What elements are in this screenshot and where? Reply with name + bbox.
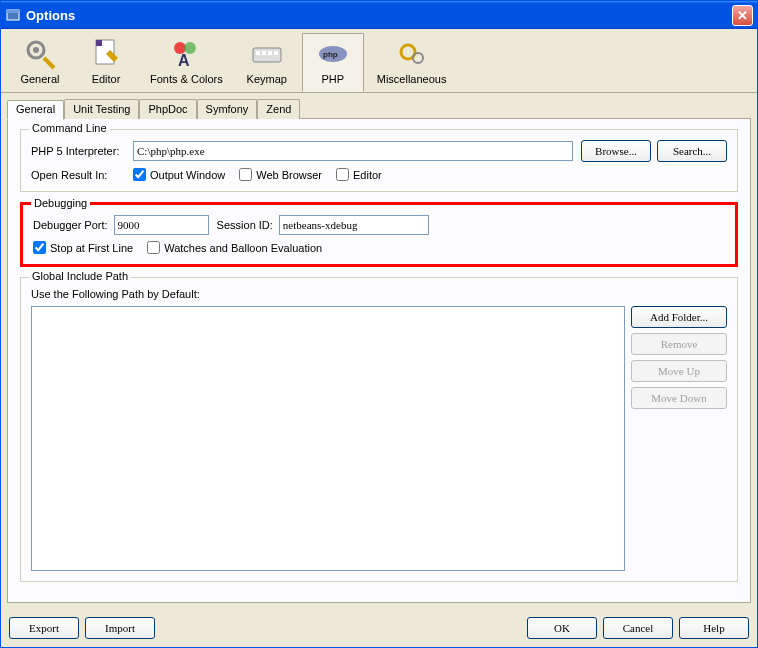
include-path-list[interactable] [31,306,625,571]
toolbar-misc[interactable]: Miscellaneous [368,33,456,92]
global-include-path-group: Global Include Path Use the Following Pa… [20,277,738,582]
web-browser-checkbox[interactable]: Web Browser [239,168,322,181]
sub-tabs: General Unit Testing PhpDoc Symfony Zend [7,99,751,119]
cancel-button[interactable]: Cancel [603,617,673,639]
toolbar-php[interactable]: php PHP [302,33,364,92]
tab-phpdoc[interactable]: PhpDoc [139,99,196,119]
debugger-port-label: Debugger Port: [33,219,108,231]
svg-rect-9 [256,51,260,55]
titlebar: Options ✕ [1,1,757,29]
content-area: General Unit Testing PhpDoc Symfony Zend… [1,93,757,609]
toolbar-label: PHP [321,73,344,85]
tab-general[interactable]: General [7,100,64,120]
output-window-checkbox[interactable]: Output Window [133,168,225,181]
tab-unit-testing[interactable]: Unit Testing [64,99,139,119]
dialog-footer: Export Import OK Cancel Help [1,609,757,647]
toolbar-label: General [20,73,59,85]
tab-panel-general: Command Line PHP 5 Interpreter: Browse..… [7,118,751,603]
command-line-group: Command Line PHP 5 Interpreter: Browse..… [20,129,738,192]
svg-rect-12 [274,51,278,55]
svg-rect-11 [268,51,272,55]
default-path-label: Use the Following Path by Default: [31,288,200,300]
category-toolbar: General Editor A Fonts & Colors Keymap p… [1,29,757,93]
export-button[interactable]: Export [9,617,79,639]
add-folder-button[interactable]: Add Folder... [631,306,727,328]
debugger-port-input[interactable] [114,215,209,235]
group-legend: Global Include Path [29,270,131,282]
toolbar-label: Fonts & Colors [150,73,223,85]
svg-point-16 [413,53,423,63]
app-icon [5,7,21,23]
php-icon: php [317,38,349,70]
tab-zend[interactable]: Zend [257,99,300,119]
fonts-colors-icon: A [170,38,202,70]
toolbar-editor[interactable]: Editor [75,33,137,92]
group-legend: Command Line [29,122,110,134]
remove-button[interactable]: Remove [631,333,727,355]
gear-wrench-icon [24,38,56,70]
gears-icon [396,38,428,70]
group-legend: Debugging [31,197,90,209]
session-id-input[interactable] [279,215,429,235]
svg-text:A: A [178,52,190,69]
svg-text:php: php [323,50,338,59]
svg-point-3 [33,47,39,53]
ok-button[interactable]: OK [527,617,597,639]
move-up-button[interactable]: Move Up [631,360,727,382]
toolbar-general[interactable]: General [9,33,71,92]
close-button[interactable]: ✕ [732,5,753,26]
move-down-button[interactable]: Move Down [631,387,727,409]
toolbar-label: Editor [92,73,121,85]
tab-symfony[interactable]: Symfony [197,99,258,119]
open-result-label: Open Result In: [31,169,127,181]
debugging-group: Debugging Debugger Port: Session ID: Sto… [20,202,738,267]
document-pencil-icon [90,38,122,70]
toolbar-label: Miscellaneous [377,73,447,85]
search-button[interactable]: Search... [657,140,727,162]
svg-rect-1 [7,10,19,13]
stop-first-line-checkbox[interactable]: Stop at First Line [33,241,133,254]
toolbar-label: Keymap [247,73,287,85]
browse-button[interactable]: Browse... [581,140,651,162]
interpreter-input[interactable] [133,141,573,161]
session-id-label: Session ID: [217,219,273,231]
help-button[interactable]: Help [679,617,749,639]
toolbar-keymap[interactable]: Keymap [236,33,298,92]
watches-balloon-checkbox[interactable]: Watches and Balloon Evaluation [147,241,322,254]
window-title: Options [26,8,732,23]
options-window: Options ✕ General Editor A Fonts & Color… [0,0,758,648]
svg-rect-10 [262,51,266,55]
interpreter-label: PHP 5 Interpreter: [31,145,127,157]
import-button[interactable]: Import [85,617,155,639]
editor-checkbox[interactable]: Editor [336,168,382,181]
toolbar-fonts-colors[interactable]: A Fonts & Colors [141,33,232,92]
keyboard-icon [251,38,283,70]
